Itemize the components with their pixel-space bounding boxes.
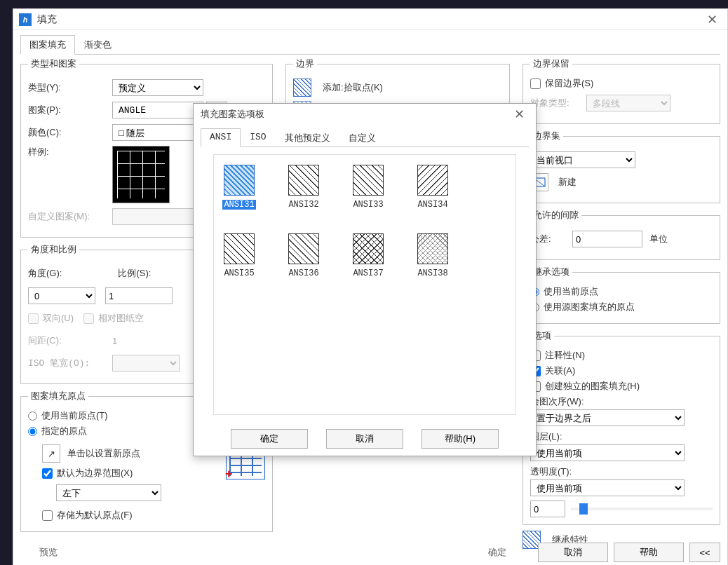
- pick-point-icon[interactable]: [293, 79, 311, 97]
- transparency-label: 透明度(T):: [530, 465, 713, 478]
- type-pattern-legend: 类型和图案: [28, 57, 79, 70]
- origin-position-select[interactable]: 左下: [56, 484, 161, 501]
- pattern-ansi35[interactable]: ANSI35: [221, 233, 257, 278]
- main-tabs: 图案填充 渐变色: [20, 34, 720, 55]
- palette-ok-button[interactable]: 确定: [231, 429, 308, 449]
- boundary-keep-legend: 边界保留: [530, 57, 572, 70]
- palette-tab-custom[interactable]: 自定义: [339, 128, 385, 147]
- layer-select[interactable]: 使用当前项: [530, 444, 685, 461]
- use-current-origin-radio[interactable]: [28, 411, 37, 421]
- keep-boundary-label: 保留边界(S): [545, 77, 593, 90]
- boundary-set-group: 边界集 当前视口 新建: [523, 130, 720, 203]
- pattern-ansi33[interactable]: ANSI33: [350, 165, 386, 210]
- pattern-ansi32[interactable]: ANSI32: [285, 165, 322, 210]
- tolerance-unit: 单位: [649, 233, 668, 245]
- options-group: 选项 注释性(N) 关联(A) 创建独立的图案填充(H) 绘图次序(W): 置于…: [523, 329, 720, 525]
- transparency-select[interactable]: 使用当前项: [530, 479, 685, 496]
- keep-boundary-checkbox[interactable]: [530, 79, 541, 89]
- inherit-source-label: 使用源图案填充的原点: [544, 301, 635, 313]
- tab-gradient[interactable]: 渐变色: [75, 35, 121, 55]
- inherit-legend: 继承选项: [530, 266, 572, 278]
- type-select[interactable]: 预定义: [112, 79, 203, 96]
- angle-select[interactable]: 0: [28, 287, 95, 304]
- palette-tabs: ANSI ISO 其他预定义 自定义: [201, 128, 529, 147]
- help-button-main[interactable]: 帮助: [614, 543, 684, 562]
- specified-origin-radio[interactable]: [28, 427, 37, 436]
- new-boundary-label[interactable]: 新建: [558, 176, 577, 189]
- pattern-label: ANSI34: [417, 200, 447, 210]
- cancel-button-main[interactable]: 取消: [538, 543, 608, 562]
- set-origin-icon[interactable]: ↗: [42, 444, 60, 463]
- paper-rel-checkbox: [83, 313, 94, 324]
- pattern-label: ANSI35: [224, 268, 254, 278]
- click-set-origin-label: 单击以设置新原点: [67, 447, 140, 460]
- sample-swatch[interactable]: [112, 146, 170, 203]
- custom-pattern-label: 自定义图案(M):: [28, 210, 112, 223]
- palette-close-icon[interactable]: ✕: [510, 107, 529, 122]
- spacing-value: 1: [112, 336, 117, 346]
- layer-label: 图层(L):: [530, 430, 713, 443]
- palette-tab-ansi[interactable]: ANSI: [201, 128, 241, 147]
- store-default-checkbox[interactable]: [42, 510, 53, 521]
- pattern-grid: ANSI31 ANSI32 ANSI33 ANSI34 ANSI35 ANSI3…: [213, 154, 516, 415]
- hatch-icon: [288, 165, 319, 196]
- pattern-label: ANSI37: [353, 268, 383, 278]
- tolerance-input[interactable]: [572, 231, 642, 247]
- draw-order-select[interactable]: 置于边界之后: [530, 409, 685, 426]
- iso-penwidth-select: [112, 355, 180, 372]
- pattern-ansi38[interactable]: ANSI38: [414, 233, 451, 278]
- titlebar: h 填充 ✕: [13, 9, 727, 30]
- slider-thumb[interactable]: [579, 503, 588, 515]
- default-extent-label: 默认为边界范围(X): [57, 467, 133, 479]
- pattern-ansi31[interactable]: ANSI31: [221, 165, 257, 210]
- transparency-num-input[interactable]: [530, 501, 565, 517]
- bidir-checkbox: [28, 313, 39, 324]
- default-extent-checkbox[interactable]: [42, 468, 53, 479]
- pattern-ansi36[interactable]: ANSI36: [285, 233, 322, 278]
- palette-tab-other[interactable]: 其他预定义: [276, 128, 339, 147]
- associative-label: 关联(A): [545, 365, 575, 377]
- transparency-slider[interactable]: [571, 508, 713, 510]
- tab-hatch[interactable]: 图案填充: [20, 35, 75, 55]
- obj-type-label: 对象类型:: [530, 97, 586, 109]
- pattern-label: ANSI31: [222, 200, 255, 210]
- pattern-label: ANSI38: [417, 268, 447, 278]
- palette-titlebar: 填充图案选项板 ✕: [194, 104, 536, 125]
- gap-group: 允许的间隙 公差: 单位: [523, 209, 720, 260]
- add-pick-label[interactable]: 添加:拾取点(K): [323, 81, 383, 94]
- specified-origin-label: 指定的原点: [41, 425, 87, 437]
- palette-cancel-button[interactable]: 取消: [326, 429, 403, 449]
- palette-buttons: 确定 取消 帮助(H): [194, 422, 536, 456]
- obj-type-select: 多段线: [586, 95, 670, 111]
- annotative-label: 注释性(N): [545, 349, 585, 362]
- color-select[interactable]: □ 随层: [112, 124, 203, 141]
- separate-label: 创建独立的图案填充(H): [545, 380, 640, 393]
- app-icon: h: [19, 13, 32, 26]
- type-label: 类型(Y):: [28, 81, 112, 94]
- hatch-icon: [353, 233, 384, 264]
- bidir-label: 双向(U): [43, 312, 74, 325]
- custom-pattern-select: [112, 208, 203, 225]
- pattern-ansi37[interactable]: ANSI37: [350, 233, 386, 278]
- use-current-origin-label: 使用当前原点(T): [41, 409, 108, 422]
- boundary-keep-group: 边界保留 保留边界(S) 对象类型: 多段线: [523, 57, 720, 124]
- boundary-legend: 边界: [293, 57, 317, 70]
- ok-button-main[interactable]: 确定: [462, 543, 532, 562]
- pattern-ansi34[interactable]: ANSI34: [414, 165, 451, 210]
- iso-penwidth-label: ISO 笔宽(O):: [28, 357, 112, 369]
- scale-input[interactable]: [105, 287, 173, 304]
- palette-tab-iso[interactable]: ISO: [241, 128, 275, 147]
- sample-label: 样例:: [28, 146, 112, 158]
- inherit-group: 继承选项 使用当前原点 使用源图案填充的原点: [523, 266, 720, 324]
- preview-button[interactable]: 预览: [20, 543, 76, 562]
- tolerance-label: 公差:: [530, 233, 572, 245]
- palette-help-button[interactable]: 帮助(H): [422, 429, 499, 449]
- close-icon[interactable]: ✕: [703, 12, 722, 27]
- spacing-label: 间距(C):: [28, 334, 112, 347]
- pattern-label: ANSI32: [288, 200, 318, 210]
- pattern-select[interactable]: ANGLE: [112, 102, 203, 118]
- hatch-icon: [417, 165, 448, 196]
- viewport-select[interactable]: 当前视口: [530, 151, 635, 168]
- collapse-button[interactable]: <<: [689, 543, 720, 562]
- hatch-icon: [353, 165, 384, 196]
